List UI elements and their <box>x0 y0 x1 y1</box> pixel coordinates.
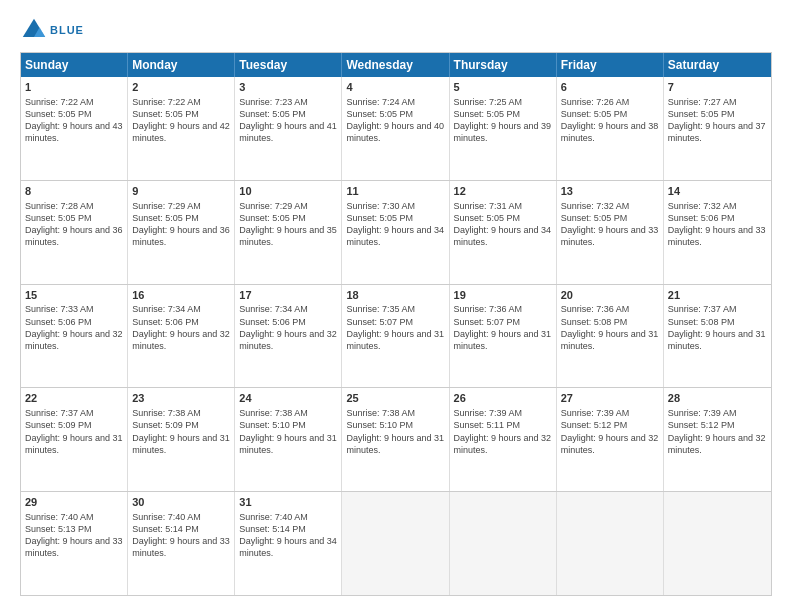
day-number: 31 <box>239 495 337 510</box>
day-number: 21 <box>668 288 767 303</box>
calendar-cell: 23Sunrise: 7:38 AMSunset: 5:09 PMDayligh… <box>128 388 235 491</box>
weekday-header: Saturday <box>664 53 771 77</box>
day-info: Sunrise: 7:37 AMSunset: 5:09 PMDaylight:… <box>25 407 123 456</box>
calendar-week-row: 1Sunrise: 7:22 AMSunset: 5:05 PMDaylight… <box>21 77 771 180</box>
day-info: Sunrise: 7:40 AMSunset: 5:14 PMDaylight:… <box>239 511 337 560</box>
calendar-cell: 8Sunrise: 7:28 AMSunset: 5:05 PMDaylight… <box>21 181 128 284</box>
weekday-header: Tuesday <box>235 53 342 77</box>
weekday-header: Thursday <box>450 53 557 77</box>
calendar-cell: 1Sunrise: 7:22 AMSunset: 5:05 PMDaylight… <box>21 77 128 180</box>
day-info: Sunrise: 7:31 AMSunset: 5:05 PMDaylight:… <box>454 200 552 249</box>
day-number: 26 <box>454 391 552 406</box>
weekday-header: Wednesday <box>342 53 449 77</box>
calendar-cell: 30Sunrise: 7:40 AMSunset: 5:14 PMDayligh… <box>128 492 235 595</box>
calendar-cell <box>342 492 449 595</box>
calendar-cell <box>664 492 771 595</box>
day-number: 13 <box>561 184 659 199</box>
day-info: Sunrise: 7:26 AMSunset: 5:05 PMDaylight:… <box>561 96 659 145</box>
calendar-cell: 17Sunrise: 7:34 AMSunset: 5:06 PMDayligh… <box>235 285 342 388</box>
day-info: Sunrise: 7:33 AMSunset: 5:06 PMDaylight:… <box>25 303 123 352</box>
calendar-cell: 7Sunrise: 7:27 AMSunset: 5:05 PMDaylight… <box>664 77 771 180</box>
day-number: 15 <box>25 288 123 303</box>
calendar-cell: 21Sunrise: 7:37 AMSunset: 5:08 PMDayligh… <box>664 285 771 388</box>
day-info: Sunrise: 7:27 AMSunset: 5:05 PMDaylight:… <box>668 96 767 145</box>
day-number: 7 <box>668 80 767 95</box>
day-info: Sunrise: 7:38 AMSunset: 5:09 PMDaylight:… <box>132 407 230 456</box>
day-info: Sunrise: 7:38 AMSunset: 5:10 PMDaylight:… <box>346 407 444 456</box>
calendar-week-row: 15Sunrise: 7:33 AMSunset: 5:06 PMDayligh… <box>21 284 771 388</box>
day-number: 23 <box>132 391 230 406</box>
day-number: 3 <box>239 80 337 95</box>
calendar-cell: 3Sunrise: 7:23 AMSunset: 5:05 PMDaylight… <box>235 77 342 180</box>
calendar-cell: 20Sunrise: 7:36 AMSunset: 5:08 PMDayligh… <box>557 285 664 388</box>
day-number: 6 <box>561 80 659 95</box>
calendar-header-row: SundayMondayTuesdayWednesdayThursdayFrid… <box>21 53 771 77</box>
calendar-cell: 22Sunrise: 7:37 AMSunset: 5:09 PMDayligh… <box>21 388 128 491</box>
day-info: Sunrise: 7:39 AMSunset: 5:11 PMDaylight:… <box>454 407 552 456</box>
day-number: 22 <box>25 391 123 406</box>
header: BLUE <box>20 16 772 44</box>
logo-icon <box>20 16 48 44</box>
calendar-cell: 16Sunrise: 7:34 AMSunset: 5:06 PMDayligh… <box>128 285 235 388</box>
calendar-cell: 4Sunrise: 7:24 AMSunset: 5:05 PMDaylight… <box>342 77 449 180</box>
calendar-week-row: 29Sunrise: 7:40 AMSunset: 5:13 PMDayligh… <box>21 491 771 595</box>
day-info: Sunrise: 7:30 AMSunset: 5:05 PMDaylight:… <box>346 200 444 249</box>
day-info: Sunrise: 7:38 AMSunset: 5:10 PMDaylight:… <box>239 407 337 456</box>
calendar-cell: 11Sunrise: 7:30 AMSunset: 5:05 PMDayligh… <box>342 181 449 284</box>
day-number: 28 <box>668 391 767 406</box>
calendar-cell: 29Sunrise: 7:40 AMSunset: 5:13 PMDayligh… <box>21 492 128 595</box>
calendar-cell: 26Sunrise: 7:39 AMSunset: 5:11 PMDayligh… <box>450 388 557 491</box>
day-info: Sunrise: 7:40 AMSunset: 5:14 PMDaylight:… <box>132 511 230 560</box>
day-info: Sunrise: 7:24 AMSunset: 5:05 PMDaylight:… <box>346 96 444 145</box>
page: BLUE SundayMondayTuesdayWednesdayThursda… <box>0 0 792 612</box>
logo-tagline: BLUE <box>50 24 84 36</box>
calendar-cell: 18Sunrise: 7:35 AMSunset: 5:07 PMDayligh… <box>342 285 449 388</box>
day-number: 17 <box>239 288 337 303</box>
day-info: Sunrise: 7:40 AMSunset: 5:13 PMDaylight:… <box>25 511 123 560</box>
calendar-week-row: 22Sunrise: 7:37 AMSunset: 5:09 PMDayligh… <box>21 387 771 491</box>
day-number: 1 <box>25 80 123 95</box>
calendar-cell: 25Sunrise: 7:38 AMSunset: 5:10 PMDayligh… <box>342 388 449 491</box>
day-number: 2 <box>132 80 230 95</box>
calendar-cell <box>557 492 664 595</box>
day-info: Sunrise: 7:28 AMSunset: 5:05 PMDaylight:… <box>25 200 123 249</box>
day-info: Sunrise: 7:22 AMSunset: 5:05 PMDaylight:… <box>25 96 123 145</box>
calendar-cell: 14Sunrise: 7:32 AMSunset: 5:06 PMDayligh… <box>664 181 771 284</box>
calendar-cell: 2Sunrise: 7:22 AMSunset: 5:05 PMDaylight… <box>128 77 235 180</box>
calendar-cell: 31Sunrise: 7:40 AMSunset: 5:14 PMDayligh… <box>235 492 342 595</box>
day-number: 20 <box>561 288 659 303</box>
day-info: Sunrise: 7:35 AMSunset: 5:07 PMDaylight:… <box>346 303 444 352</box>
calendar-cell: 6Sunrise: 7:26 AMSunset: 5:05 PMDaylight… <box>557 77 664 180</box>
weekday-header: Sunday <box>21 53 128 77</box>
day-number: 5 <box>454 80 552 95</box>
calendar-cell: 24Sunrise: 7:38 AMSunset: 5:10 PMDayligh… <box>235 388 342 491</box>
day-number: 18 <box>346 288 444 303</box>
calendar-cell: 12Sunrise: 7:31 AMSunset: 5:05 PMDayligh… <box>450 181 557 284</box>
calendar-cell: 19Sunrise: 7:36 AMSunset: 5:07 PMDayligh… <box>450 285 557 388</box>
day-info: Sunrise: 7:29 AMSunset: 5:05 PMDaylight:… <box>132 200 230 249</box>
weekday-header: Friday <box>557 53 664 77</box>
day-info: Sunrise: 7:22 AMSunset: 5:05 PMDaylight:… <box>132 96 230 145</box>
logo: BLUE <box>20 16 84 44</box>
calendar-week-row: 8Sunrise: 7:28 AMSunset: 5:05 PMDaylight… <box>21 180 771 284</box>
day-info: Sunrise: 7:39 AMSunset: 5:12 PMDaylight:… <box>668 407 767 456</box>
day-number: 12 <box>454 184 552 199</box>
day-number: 27 <box>561 391 659 406</box>
day-info: Sunrise: 7:32 AMSunset: 5:05 PMDaylight:… <box>561 200 659 249</box>
calendar: SundayMondayTuesdayWednesdayThursdayFrid… <box>20 52 772 596</box>
day-number: 9 <box>132 184 230 199</box>
calendar-cell: 28Sunrise: 7:39 AMSunset: 5:12 PMDayligh… <box>664 388 771 491</box>
day-number: 30 <box>132 495 230 510</box>
day-number: 11 <box>346 184 444 199</box>
calendar-cell: 9Sunrise: 7:29 AMSunset: 5:05 PMDaylight… <box>128 181 235 284</box>
day-info: Sunrise: 7:36 AMSunset: 5:07 PMDaylight:… <box>454 303 552 352</box>
day-info: Sunrise: 7:34 AMSunset: 5:06 PMDaylight:… <box>239 303 337 352</box>
day-info: Sunrise: 7:29 AMSunset: 5:05 PMDaylight:… <box>239 200 337 249</box>
calendar-cell: 15Sunrise: 7:33 AMSunset: 5:06 PMDayligh… <box>21 285 128 388</box>
calendar-cell <box>450 492 557 595</box>
day-number: 10 <box>239 184 337 199</box>
day-number: 8 <box>25 184 123 199</box>
day-number: 25 <box>346 391 444 406</box>
day-info: Sunrise: 7:32 AMSunset: 5:06 PMDaylight:… <box>668 200 767 249</box>
day-number: 14 <box>668 184 767 199</box>
